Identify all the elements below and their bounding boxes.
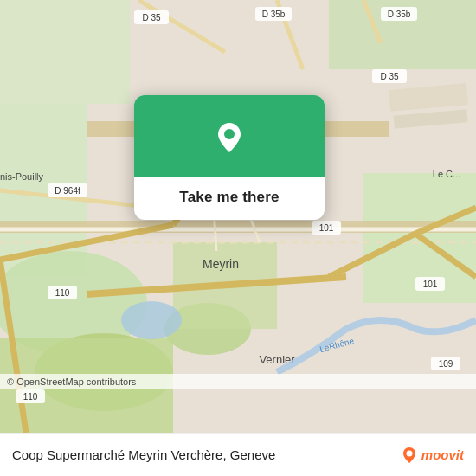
location-card[interactable]: Take me there: [134, 95, 325, 220]
svg-text:Le C...: Le C...: [433, 169, 460, 179]
moovit-pin-icon: [400, 446, 419, 465]
svg-text:nis-Pouilly: nis-Pouilly: [0, 171, 44, 182]
svg-text:D 35: D 35: [380, 72, 399, 81]
moovit-logo: moovit: [400, 446, 464, 465]
map-container: D 35 D 35b D 35b D 35 D 964f 110 110 101…: [0, 0, 476, 433]
svg-text:110: 110: [55, 288, 70, 298]
svg-text:101: 101: [423, 280, 438, 289]
card-icon-area: [134, 95, 325, 177]
svg-text:D 35b: D 35b: [388, 10, 411, 19]
svg-text:109: 109: [439, 359, 453, 369]
svg-text:101: 101: [319, 223, 334, 233]
svg-rect-1: [0, 0, 130, 104]
svg-point-57: [224, 129, 235, 139]
svg-text:D 964f: D 964f: [55, 186, 80, 196]
svg-text:D 35: D 35: [142, 13, 161, 23]
svg-text:D 35b: D 35b: [262, 10, 286, 19]
bottom-bar: Coop Supermarché Meyrin Verchère, Geneve…: [0, 433, 476, 476]
moovit-text: moovit: [421, 447, 464, 462]
location-pin-icon: [206, 114, 253, 161]
location-title: Coop Supermarché Meyrin Verchère, Geneve: [12, 447, 275, 462]
svg-text:110: 110: [23, 392, 38, 402]
svg-point-53: [121, 301, 182, 339]
map-attribution: © OpenStreetMap contributors: [0, 374, 476, 389]
svg-point-58: [406, 450, 412, 456]
svg-text:Meyrin: Meyrin: [203, 257, 239, 271]
take-me-there-label[interactable]: Take me there: [170, 177, 287, 220]
